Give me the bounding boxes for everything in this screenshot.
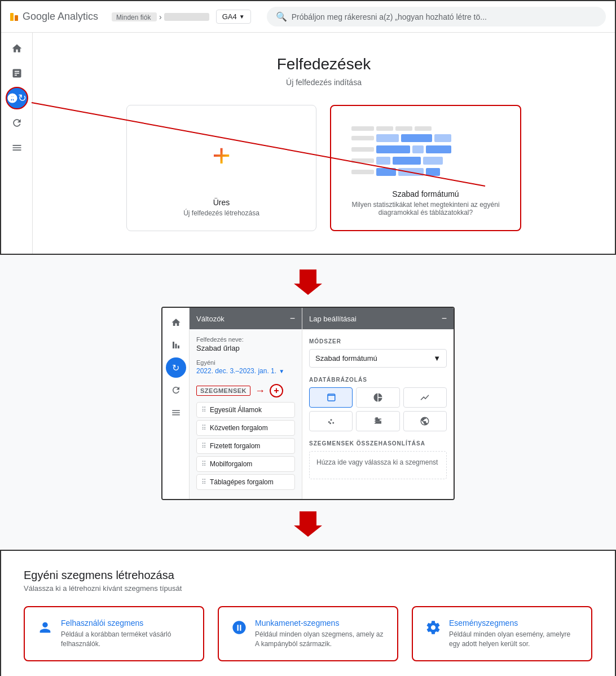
method-label: MÓDSZER <box>309 338 447 344</box>
chart-row-stub <box>351 170 374 174</box>
segment-item-mobile[interactable]: ⠿ Mobilforgalom <box>196 456 295 472</box>
date-range-selector[interactable]: 2022. dec. 3.–2023. jan. 1. ▼ <box>196 367 295 375</box>
user-segment-card[interactable]: Felhasználói szegmens Például a korábban… <box>24 606 204 661</box>
drag-handle: ⠿ <box>201 460 206 468</box>
variables-content: Felfedezés neve: Szabad űrlap Egyéni 202… <box>190 329 302 499</box>
add-segment-button[interactable]: + <box>270 384 283 397</box>
segment-item-direct[interactable]: ⠿ Közvetlen forgalom <box>196 420 295 436</box>
segment-item-us[interactable]: ⠿ Egyesült Államok <box>196 402 295 418</box>
event-segment-desc: Például minden olyan esemény, amelyre eg… <box>449 630 580 649</box>
svg-point-5 <box>328 421 329 423</box>
freeform-card[interactable]: Szabad formátumú Milyen statisztikákat l… <box>330 105 521 231</box>
user-segment-icon <box>36 618 54 637</box>
freeform-card-desc: Milyen statisztikákat lehet megtekinteni… <box>345 201 507 217</box>
date-range-dropdown-icon: ▼ <box>279 368 284 374</box>
middle-section: ↻ Változók − Felfedezés neve: Szabad űrl… <box>0 307 616 500</box>
panel-home-icon[interactable] <box>166 312 186 333</box>
date-range-value: 2022. dec. 3.–2023. jan. 1. <box>196 367 276 375</box>
method-dropdown[interactable]: Szabad formátumú ▼ <box>309 349 447 368</box>
drag-handle: ⠿ <box>201 424 206 432</box>
segment-cards-row: Felhasználói szegmens Például a korábban… <box>24 606 592 661</box>
viz-pie-button[interactable] <box>356 387 399 408</box>
chart-bar <box>376 157 390 165</box>
viz-bar-button[interactable] <box>356 411 399 431</box>
add-segment-icon: + <box>274 386 279 396</box>
chart-bar <box>434 134 451 142</box>
settings-minimize[interactable]: − <box>442 313 447 324</box>
segment-name: Mobilforgalom <box>210 460 252 468</box>
segments-row: SZEGMENSEK → + <box>196 384 295 397</box>
chart-bar <box>393 157 421 165</box>
down-arrow-svg-1 <box>291 264 325 298</box>
breadcrumb-chevron: › <box>159 12 162 21</box>
panel-advertising-icon[interactable] <box>166 380 186 400</box>
chart-row-stub <box>351 158 374 163</box>
viz-geo-button[interactable] <box>403 411 447 431</box>
svg-marker-1 <box>294 269 322 295</box>
user-segment-desc: Például a korábban terméket vásárló felh… <box>61 630 192 649</box>
variables-panel: Változók − Felfedezés neve: Szabad űrlap… <box>190 308 302 499</box>
empty-card[interactable]: + Üres Új felfedezés létrehozása <box>126 105 316 231</box>
sidebar-item-reports[interactable] <box>6 62 28 85</box>
segment-name: Fizetett forgalom <box>210 442 260 450</box>
exploration-panel: ↻ Változók − Felfedezés neve: Szabad űrl… <box>161 307 455 500</box>
svg-point-6 <box>330 419 332 421</box>
chart-bar <box>412 145 424 153</box>
app-logo: Google Analytics <box>10 11 98 23</box>
sidebar-item-advertising[interactable] <box>6 112 28 134</box>
logo-bar-1 <box>10 13 14 21</box>
segments-list: ⠿ Egyesült Államok ⠿ Közvetlen forgalom … <box>196 402 295 490</box>
property-selector[interactable]: GA4 ▼ <box>216 10 251 24</box>
user-segment-content: Felhasználói szegmens Például a korábban… <box>61 618 192 649</box>
down-arrow-1 <box>0 255 616 307</box>
app-header: Google Analytics Minden fiók › GA4 ▼ 🔍 P… <box>1 1 615 33</box>
chart-bar <box>376 168 396 176</box>
chart-bar <box>426 168 440 176</box>
segment-item-tablet[interactable]: ⠿ Táblagépes forgalom <box>196 474 295 490</box>
event-segment-card[interactable]: Eseményszegmens Például minden olyan ese… <box>412 606 592 661</box>
bottom-subtitle: Válassza ki a létrehozni kívánt szegmens… <box>24 584 592 593</box>
panel-explore-icon[interactable]: ↻ <box>166 357 186 378</box>
sidebar-item-home[interactable] <box>6 37 28 60</box>
panel-reports-icon[interactable] <box>166 335 186 355</box>
minimize-button[interactable]: − <box>290 313 295 324</box>
panel-admin-icon[interactable] <box>166 403 186 423</box>
app-title: Google Analytics <box>23 11 98 23</box>
user-segment-title: Felhasználói szegmens <box>61 618 192 628</box>
svg-point-8 <box>329 422 331 424</box>
page-title: Felfedezések <box>277 55 371 73</box>
svg-rect-4 <box>178 346 179 348</box>
sidebar-item-explore[interactable]: ↻ <box>6 87 28 109</box>
segments-label: SZEGMENSEK <box>196 386 250 396</box>
drag-handle: ⠿ <box>201 406 206 414</box>
freeform-card-label: Szabad formátumú <box>392 189 459 198</box>
chart-thumbnail <box>345 120 507 183</box>
sidebar-item-admin[interactable] <box>6 136 28 159</box>
segment-name: Táblagépes forgalom <box>210 478 274 486</box>
property-dropdown-icon: ▼ <box>239 14 245 20</box>
chart-stub <box>351 126 374 131</box>
viz-scatter-button[interactable] <box>309 411 353 431</box>
svg-rect-2 <box>173 342 174 348</box>
visualization-label: ADATÁBRÁZOLÁS <box>309 377 447 383</box>
viz-table-button[interactable] <box>309 387 353 408</box>
logo-bar-2 <box>15 15 18 21</box>
chart-bar <box>376 134 399 142</box>
event-segment-content: Eseményszegmens Például minden olyan ese… <box>449 618 580 649</box>
settings-title: Lap beállításai <box>309 315 357 323</box>
session-segment-desc: Például minden olyan szegmens, amely az … <box>255 630 386 649</box>
dropdown-arrow-icon: ▼ <box>433 354 441 363</box>
chart-row-stub <box>351 147 374 152</box>
event-segment-title: Eseményszegmens <box>449 618 580 628</box>
breadcrumb-property-stub <box>164 13 209 21</box>
viz-line-button[interactable] <box>403 387 447 408</box>
panel-sidebar: ↻ <box>162 308 190 499</box>
search-bar[interactable]: 🔍 Próbáljon meg rákeresni a(z) „hogyan h… <box>267 7 606 26</box>
breadcrumb[interactable]: Minden fiók › <box>112 12 209 21</box>
page-subtitle: Új felfedezés indítása <box>286 78 362 87</box>
segment-item-paid[interactable]: ⠿ Fizetett forgalom <box>196 438 295 454</box>
drop-zone[interactable]: Húzza ide vagy válassza ki a szegmenst <box>309 451 447 479</box>
breadcrumb-account[interactable]: Minden fiók <box>112 12 157 21</box>
session-segment-card[interactable]: Munkamenet-szegmens Például minden olyan… <box>218 606 398 661</box>
down-arrow-2 <box>0 500 616 545</box>
